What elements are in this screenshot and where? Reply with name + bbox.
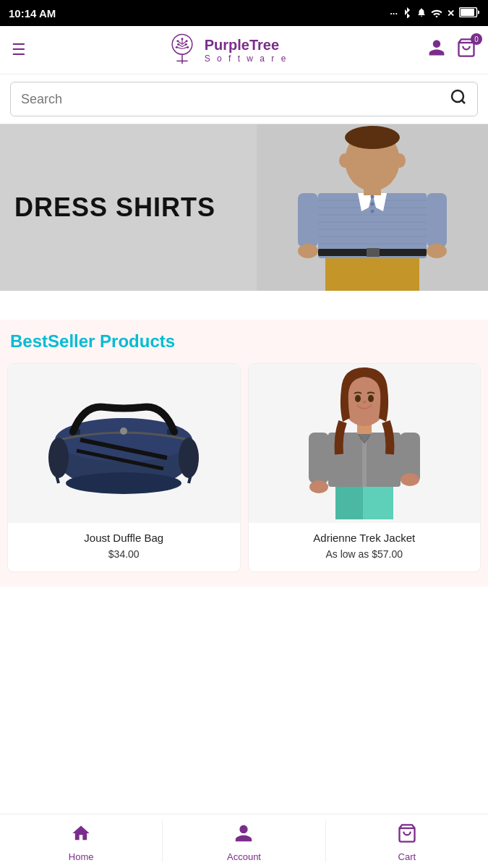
svg-point-67 <box>309 480 328 493</box>
svg-point-46 <box>371 203 374 206</box>
product-card-duffle[interactable]: Joust Duffle Bag $34.00 <box>7 363 241 572</box>
product-card-jacket[interactable]: Adrienne Trek Jacket As low as $57.00 <box>248 363 481 572</box>
svg-rect-65 <box>309 433 329 483</box>
banner: DRESS SHIRTS <box>0 124 488 291</box>
product-price-jacket: As low as $57.00 <box>254 548 475 560</box>
status-icons: ··· ✕ <box>390 7 479 20</box>
svg-point-55 <box>179 438 199 478</box>
cart-icon[interactable]: 0 <box>456 38 476 62</box>
product-price-duffle: $34.00 <box>14 548 234 560</box>
svg-rect-40 <box>367 248 380 257</box>
svg-point-70 <box>368 395 374 402</box>
ellipsis-icon: ··· <box>390 8 398 19</box>
svg-point-14 <box>185 40 187 42</box>
profile-icon[interactable] <box>427 38 446 61</box>
svg-rect-58 <box>335 483 363 519</box>
header: ☰ <box>0 26 488 75</box>
svg-line-21 <box>462 101 465 103</box>
svg-point-45 <box>371 195 374 199</box>
battery-icon <box>459 7 479 20</box>
search-input-wrap <box>10 82 478 116</box>
logo-name-purple: PurpleTree <box>205 37 279 53</box>
svg-point-43 <box>427 244 447 258</box>
svg-point-53 <box>66 472 181 494</box>
svg-point-50 <box>120 427 127 435</box>
logo-tree-icon <box>166 33 199 67</box>
product-info-jacket: Adrienne Trek Jacket As low as $57.00 <box>249 523 481 571</box>
svg-point-13 <box>176 40 179 42</box>
svg-point-18 <box>187 46 189 48</box>
wifi-icon <box>431 7 442 20</box>
menu-icon[interactable]: ☰ <box>12 41 26 59</box>
search-bar <box>0 75 488 124</box>
bestseller-section: BestSeller Products <box>0 320 488 587</box>
svg-point-20 <box>452 90 463 102</box>
banner-image <box>257 124 488 291</box>
x-icon: ✕ <box>447 8 455 19</box>
svg-point-15 <box>177 43 179 46</box>
bluetooth-icon <box>402 7 412 20</box>
logo-software: S o f t w a r e <box>205 54 288 64</box>
svg-point-36 <box>345 126 400 149</box>
status-time: 10:14 AM <box>9 7 56 20</box>
svg-rect-41 <box>427 193 447 247</box>
header-action-icons: 0 <box>427 38 476 62</box>
status-bar: 10:14 AM ··· ✕ <box>0 0 488 26</box>
cart-badge: 0 <box>471 33 482 45</box>
svg-point-68 <box>401 473 419 486</box>
product-image-jacket <box>249 364 481 523</box>
svg-point-69 <box>355 395 361 402</box>
product-info-duffle: Joust Duffle Bag $34.00 <box>8 523 240 571</box>
svg-point-54 <box>48 438 69 478</box>
svg-rect-42 <box>298 193 318 247</box>
svg-point-16 <box>184 43 187 46</box>
product-grid: Joust Duffle Bag $34.00 <box>7 363 481 572</box>
jacket-image <box>296 367 433 519</box>
search-input[interactable] <box>21 92 450 107</box>
spacer <box>0 291 488 320</box>
product-image-duffle <box>8 364 240 523</box>
logo-text: PurpleTree S o f t w a r e <box>205 36 288 64</box>
duffle-bag-image <box>37 386 210 501</box>
svg-point-47 <box>371 210 374 213</box>
product-name-duffle: Joust Duffle Bag <box>14 532 234 544</box>
search-icon[interactable] <box>450 88 467 110</box>
svg-point-37 <box>339 153 351 168</box>
bell-icon <box>416 7 427 20</box>
banner-figure <box>257 124 488 291</box>
logo: PurpleTree S o f t w a r e <box>166 33 288 67</box>
svg-point-12 <box>181 38 183 40</box>
bestseller-title: BestSeller Products <box>7 331 481 352</box>
product-name-jacket: Adrienne Trek Jacket <box>254 532 475 544</box>
svg-point-44 <box>298 244 318 258</box>
banner-title: DRESS SHIRTS <box>14 192 215 223</box>
svg-rect-1 <box>461 9 474 16</box>
svg-point-38 <box>394 153 406 168</box>
svg-point-17 <box>175 46 177 48</box>
